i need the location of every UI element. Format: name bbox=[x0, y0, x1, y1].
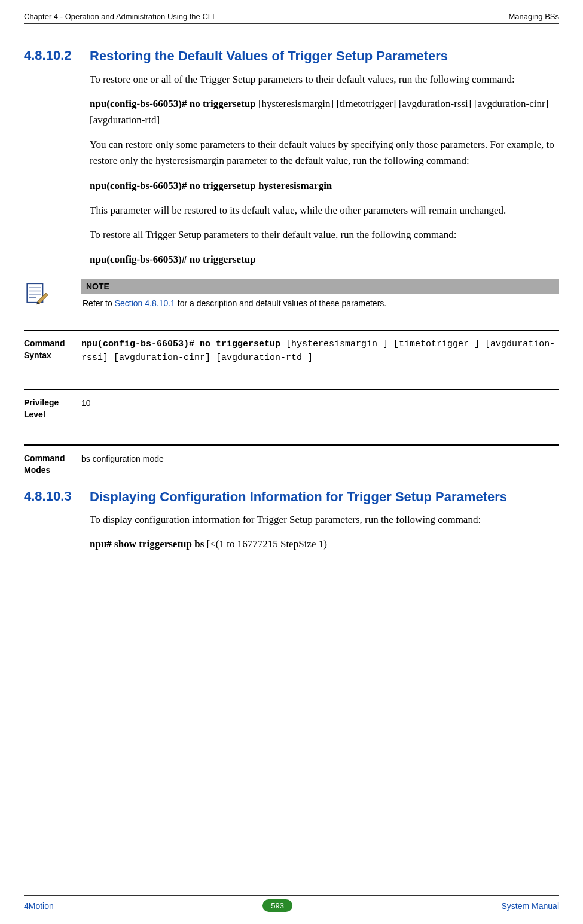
page-header: Chapter 4 - Operation and Administration… bbox=[24, 12, 559, 24]
section-heading-2: 4.8.10.3 Displaying Configuration Inform… bbox=[24, 489, 559, 506]
section-title: Displaying Configuration Information for… bbox=[90, 489, 507, 506]
note-link[interactable]: Section 4.8.10.1 bbox=[115, 298, 175, 308]
command-rest: [<(1 to 16777215 StepSize 1) bbox=[204, 538, 327, 550]
command-example: npu# show triggersetup bs [<(1 to 167772… bbox=[90, 536, 559, 552]
command-modes-row: Command Modes bs configuration mode bbox=[24, 444, 559, 488]
command-example: npu(config-bs-66053)# no triggersetup [h… bbox=[90, 96, 559, 128]
section-1-body: To restore one or all of the Trigger Set… bbox=[90, 71, 559, 268]
section-title: Restoring the Default Values of Trigger … bbox=[90, 48, 448, 65]
paragraph: To restore one or all of the Trigger Set… bbox=[90, 71, 559, 87]
footer-left: 4Motion bbox=[24, 901, 54, 911]
note-text-a: Refer to bbox=[83, 298, 115, 308]
note-icon bbox=[24, 279, 81, 308]
paragraph: You can restore only some parameters to … bbox=[90, 136, 559, 169]
syntax-bold: npu(config-bs-66053)# no triggersetup bbox=[81, 339, 286, 349]
page-number-badge: 593 bbox=[262, 899, 292, 912]
note-content: NOTE Refer to Section 4.8.10.1 for a des… bbox=[81, 279, 559, 313]
section-2-body: To display configuration information for… bbox=[90, 511, 559, 552]
section-number: 4.8.10.2 bbox=[24, 48, 90, 63]
row-value: bs configuration mode bbox=[81, 453, 559, 476]
command-example: npu(config-bs-66053)# no triggersetup hy… bbox=[90, 178, 559, 194]
command-bold: npu(config-bs-66053)# no triggersetup hy… bbox=[90, 180, 332, 191]
note-block: NOTE Refer to Section 4.8.10.1 for a des… bbox=[24, 279, 559, 313]
paragraph: To display configuration information for… bbox=[90, 511, 559, 527]
command-example: npu(config-bs-66053)# no triggersetup bbox=[90, 251, 559, 267]
note-label: NOTE bbox=[81, 279, 559, 294]
note-text-b: for a description and default values of … bbox=[175, 298, 386, 308]
note-text: Refer to Section 4.8.10.1 for a descript… bbox=[81, 294, 559, 313]
paragraph: This parameter will be restored to its d… bbox=[90, 202, 559, 218]
row-label: Command Syntax bbox=[24, 338, 81, 365]
section-number: 4.8.10.3 bbox=[24, 489, 90, 504]
privilege-level-row: Privilege Level 10 bbox=[24, 389, 559, 441]
row-label: Command Modes bbox=[24, 453, 81, 476]
row-value: npu(config-bs-66053)# no triggersetup [h… bbox=[81, 338, 559, 365]
paragraph: To restore all Trigger Setup parameters … bbox=[90, 227, 559, 243]
header-right: Managing BSs bbox=[508, 12, 559, 21]
header-left: Chapter 4 - Operation and Administration… bbox=[24, 12, 215, 21]
command-syntax-row: Command Syntax npu(config-bs-66053)# no … bbox=[24, 330, 559, 385]
footer-right: System Manual bbox=[502, 901, 559, 911]
section-heading-1: 4.8.10.2 Restoring the Default Values of… bbox=[24, 48, 559, 65]
row-label: Privilege Level bbox=[24, 397, 81, 420]
page: Chapter 4 - Operation and Administration… bbox=[0, 0, 583, 924]
command-bold: npu# show triggersetup bs bbox=[90, 538, 204, 550]
row-value: 10 bbox=[81, 397, 559, 420]
command-bold: npu(config-bs-66053)# no triggersetup bbox=[90, 98, 256, 109]
command-bold: npu(config-bs-66053)# no triggersetup bbox=[90, 254, 256, 265]
page-footer: 4Motion 593 System Manual bbox=[24, 895, 559, 912]
